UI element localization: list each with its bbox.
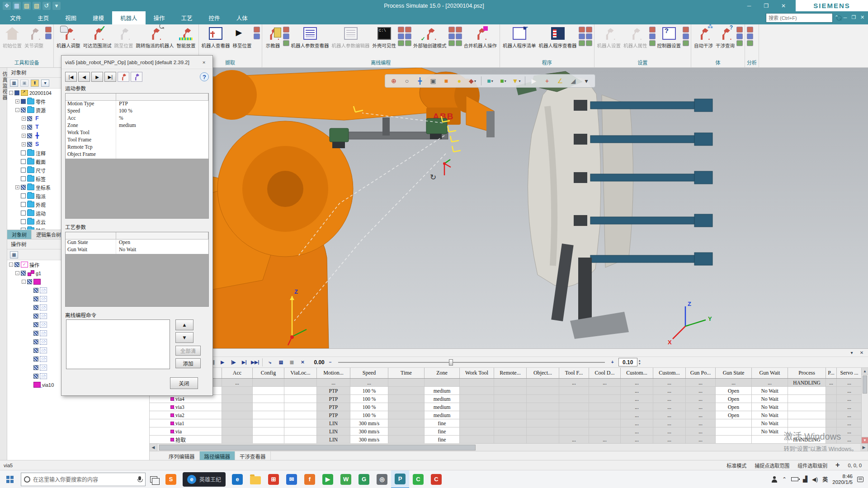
- process-param-row-0[interactable]: Gun StateOpen: [66, 239, 208, 247]
- cell-object[interactable]: [527, 419, 559, 427]
- small-gauge-icon[interactable]: [649, 27, 656, 33]
- close-button[interactable]: 关闭: [170, 377, 198, 389]
- vertical-scrollbar[interactable]: ▲ ▼: [861, 368, 868, 444]
- fill-icon[interactable]: ◢: [567, 75, 579, 86]
- column-header-acc[interactable]: Acc: [222, 368, 253, 378]
- cell-vialoc[interactable]: [284, 387, 317, 394]
- cell-acc[interactable]: [222, 403, 253, 411]
- cell-p[interactable]: ...: [826, 379, 837, 386]
- hscroll-thumb[interactable]: [159, 445, 476, 450]
- command-search[interactable]: [766, 13, 833, 23]
- table-row-3[interactable]: via3PTP100 %medium.........OpenNo Wait..…: [150, 403, 868, 411]
- cell-servo[interactable]: ...: [837, 436, 862, 443]
- cell-process[interactable]: HANDLING: [788, 379, 826, 386]
- table-row-4[interactable]: via2PTP100 %medium.........OpenNo Wait..…: [150, 411, 868, 419]
- cell-worktool[interactable]: [460, 395, 494, 403]
- column-header-gunwait[interactable]: Gun Wait: [752, 368, 788, 378]
- cell-process[interactable]: [788, 411, 826, 419]
- cell-custom2[interactable]: ...: [653, 387, 686, 394]
- column-header-zone[interactable]: Zone: [425, 368, 460, 378]
- motion-param-row-1[interactable]: Speed100 %: [66, 108, 208, 115]
- small-measure-sm-icon[interactable]: [683, 40, 689, 46]
- cell-gunwait[interactable]: No Wait: [752, 427, 788, 435]
- small-loc-b-icon[interactable]: [254, 33, 260, 39]
- doc-restore-icon[interactable]: ❐: [850, 13, 858, 22]
- store-icon[interactable]: ⊞: [264, 470, 283, 488]
- mic-icon[interactable]: [137, 476, 142, 483]
- snap-status[interactable]: 捕捉点选取范围: [755, 462, 789, 469]
- cell-worktool[interactable]: [460, 379, 494, 386]
- cell-motion[interactable]: PTP: [317, 403, 350, 411]
- tree-checkbox[interactable]: [33, 357, 38, 361]
- ribbon-tab-8[interactable]: 人体: [228, 11, 256, 24]
- tree-checkbox[interactable]: [27, 133, 32, 138]
- process-param-row-1[interactable]: Gun WaitNo Wait: [66, 247, 208, 254]
- column-header-servo[interactable]: Servo ...: [837, 368, 862, 378]
- ribbon-button-1-1[interactable]: 可达范围测试: [82, 25, 113, 49]
- slider-thumb[interactable]: [449, 359, 453, 366]
- column-header-time[interactable]: Time: [388, 368, 425, 378]
- cell-zone[interactable]: medium: [425, 387, 460, 394]
- toolbar-more-icon[interactable]: ▾: [580, 75, 592, 86]
- action-center-icon[interactable]: [857, 477, 863, 482]
- cell-acc[interactable]: [222, 419, 253, 427]
- cell-worktool[interactable]: [460, 427, 494, 435]
- small-list-doc-icon[interactable]: [586, 40, 592, 46]
- cell-motion[interactable]: ...: [317, 379, 350, 386]
- tree-checkbox[interactable]: [27, 125, 32, 130]
- cell-vialoc[interactable]: [284, 419, 317, 427]
- cell-coold[interactable]: [589, 387, 621, 394]
- cell-gunpo[interactable]: ...: [686, 427, 716, 435]
- ribbon-button-6-1[interactable]: 干涉查询: [715, 25, 736, 49]
- cell-coold[interactable]: [589, 395, 621, 403]
- cell-servo[interactable]: ...: [837, 395, 862, 403]
- ribbon-button-6-0[interactable]: 自动干涉: [693, 25, 714, 49]
- cell-motion[interactable]: LIN: [317, 419, 350, 427]
- cell-worktool[interactable]: [460, 387, 494, 394]
- sogou-icon[interactable]: S: [162, 470, 180, 488]
- news-widget[interactable]: e英雄王纪: [183, 472, 226, 487]
- next-location-button[interactable]: ▶: [91, 72, 103, 82]
- cell-custom1[interactable]: ...: [621, 436, 653, 443]
- cell-config[interactable]: [253, 395, 284, 403]
- hidden-icons-chevron[interactable]: ⌃: [782, 476, 787, 483]
- zoom-in-icon[interactable]: ⊕: [388, 75, 400, 86]
- cell-custom2[interactable]: ...: [653, 427, 686, 435]
- firef-icon[interactable]: f: [301, 470, 319, 488]
- table-row-5[interactable]: via1LIN300 mm/sfine.........No Wait...: [150, 419, 868, 427]
- slider-plus-button[interactable]: +: [608, 358, 618, 367]
- cell-coold[interactable]: ...: [589, 436, 621, 443]
- ribbon-button-3-0[interactable]: 示教器: [264, 25, 282, 49]
- camera-app-icon[interactable]: ◎: [373, 470, 391, 488]
- playback-slider[interactable]: [338, 358, 605, 366]
- small-sm-1-icon[interactable]: [398, 27, 404, 33]
- display-box-icon[interactable]: ■: [440, 75, 452, 86]
- tree-folder-up-icon[interactable]: ⬆: [31, 80, 39, 87]
- cell-time[interactable]: [388, 411, 425, 419]
- dialog-close-icon[interactable]: ×: [199, 58, 209, 67]
- cell-gunpo[interactable]: ...: [686, 436, 716, 443]
- cell-speed[interactable]: 300 mm/s: [350, 419, 388, 427]
- tree-checkbox[interactable]: [21, 219, 26, 224]
- cell-config[interactable]: [253, 436, 284, 443]
- cell-gunstate[interactable]: Open: [716, 387, 752, 394]
- small-clock-2-icon[interactable]: [747, 33, 753, 39]
- expander-icon[interactable]: +: [15, 185, 19, 189]
- cell-vialoc[interactable]: [284, 395, 317, 403]
- cell-path[interactable]: 拾取: [150, 436, 222, 443]
- cell-gunwait[interactable]: ...: [752, 379, 788, 386]
- small-sm-11-icon[interactable]: [456, 33, 462, 39]
- ribbon-button-3-10[interactable]: 合并机器人操作: [463, 25, 498, 49]
- cell-time[interactable]: [388, 387, 425, 394]
- cell-config[interactable]: [253, 403, 284, 411]
- expander-icon[interactable]: -: [22, 280, 26, 284]
- pan-icon[interactable]: ╋: [414, 75, 426, 86]
- motion-params-grid[interactable]: Motion TypePTPSpeed100 %Acc%ZonemediumWo…: [65, 93, 209, 219]
- tree-checkbox[interactable]: [33, 348, 38, 353]
- cell-toolf[interactable]: [559, 419, 589, 427]
- undo-icon[interactable]: ↺: [42, 2, 51, 10]
- battery-icon[interactable]: [791, 477, 798, 481]
- small-ring-icon[interactable]: [649, 33, 656, 39]
- spin-up-icon[interactable]: ▲: [638, 359, 641, 362]
- cell-custom1[interactable]: ...: [621, 379, 653, 386]
